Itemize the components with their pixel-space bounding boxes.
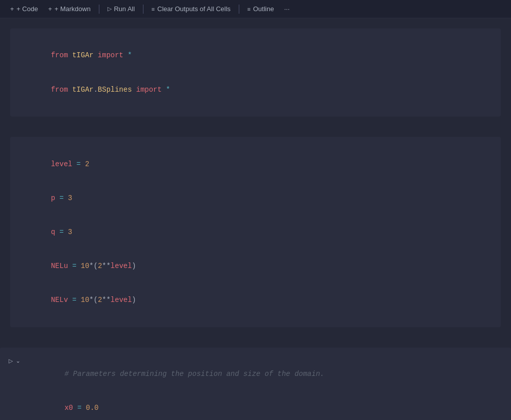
cell-gutter: ▷ ⌄ [0,348,25,420]
keyword: from [51,51,68,59]
code-line: from tIGAr.BSplines import * [25,72,486,106]
code-line: NELu = 10*(2**level) [25,249,486,283]
add-code-label: + Code [17,5,38,13]
more-label: ··· [284,5,289,13]
clear-outputs-label: Clear Outputs of All Cells [157,5,231,13]
separator-2 [143,5,143,14]
code-line: q = 3 [25,215,486,249]
plus-icon-md: + [48,5,52,13]
notebook-content: from tIGAr import * from tIGAr.BSplines … [0,18,511,420]
separator-1 [99,5,99,14]
cell-gap [0,127,511,137]
run-cell-button[interactable]: ▷ [8,357,14,365]
cell-body: # Parameters determining the position an… [25,348,501,420]
outline-button[interactable]: ≡ Outline [243,3,278,15]
notebook-toolbar: + + Code + + Markdown ▷ Run All ≡ Clear … [0,0,511,18]
run-all-button[interactable]: ▷ Run All [103,3,139,15]
chevron-button[interactable]: ⌄ [15,357,21,365]
cell-3: ▷ ⌄ # Parameters determining the positio… [0,348,511,420]
code-line: p = 3 [25,181,486,215]
code-line-comment: # Parameters determining the position an… [30,357,486,391]
outline-label: Outline [253,5,274,13]
code-line: x0 = 0.0 [30,391,486,420]
cell-1: from tIGAr import * from tIGAr.BSplines … [10,28,501,117]
add-markdown-label: + Markdown [54,5,90,13]
add-markdown-button[interactable]: + + Markdown [44,3,95,15]
code-line: from tIGAr import * [25,39,486,72]
cell-gap-2 [0,337,511,348]
clear-icon: ≡ [152,6,155,12]
plus-icon: + [10,5,14,13]
code-line: NELv = 10*(2**level) [25,283,486,317]
run-all-label: Run All [114,5,135,13]
add-code-button[interactable]: + + Code [6,3,42,15]
outline-icon: ≡ [247,6,250,12]
separator-3 [239,5,239,14]
more-button[interactable]: ··· [280,3,294,15]
clear-outputs-button[interactable]: ≡ Clear Outputs of All Cells [148,3,235,15]
code-line: level = 2 [25,147,486,181]
cell-2: level = 2 p = 3 q = 3 NELu = 10*(2**leve… [10,137,501,327]
run-icon: ▷ [107,6,112,12]
